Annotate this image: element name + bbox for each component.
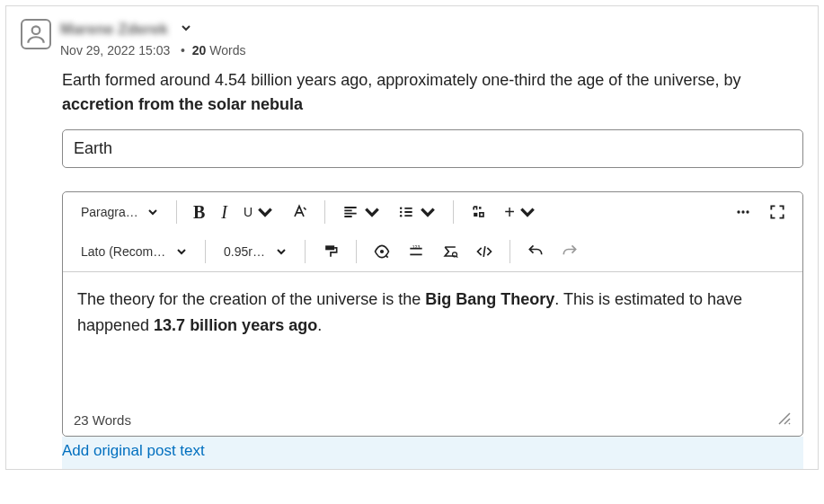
title-input[interactable] bbox=[62, 129, 803, 168]
post-meta: Nov 29, 2022 15:03 • 20 Words bbox=[60, 43, 803, 57]
editor-text-bold: Big Bang Theory bbox=[425, 290, 554, 308]
more-button[interactable] bbox=[727, 198, 759, 226]
undo-button[interactable] bbox=[519, 237, 552, 266]
svg-point-0 bbox=[32, 26, 40, 34]
post-container: Marene Zderek Nov 29, 2022 15:03 • 20 Wo… bbox=[5, 5, 819, 470]
insert-media-button[interactable] bbox=[463, 198, 495, 226]
svg-text:123: 123 bbox=[412, 244, 421, 250]
author-name: Marene Zderek bbox=[60, 21, 168, 39]
font-family-select[interactable]: Lato (Recomm… bbox=[72, 237, 196, 266]
svg-rect-4 bbox=[474, 213, 477, 217]
svg-rect-9 bbox=[325, 245, 334, 250]
post-header: Marene Zderek Nov 29, 2022 15:03 • 20 Wo… bbox=[21, 19, 803, 57]
svg-rect-5 bbox=[480, 213, 483, 217]
editor-footer: 23 Words bbox=[63, 406, 802, 436]
add-original-post-link[interactable]: Add original post text bbox=[62, 442, 205, 459]
avatar bbox=[21, 19, 51, 49]
post-body-bold: accretion from the solar nebula bbox=[62, 95, 303, 113]
svg-point-7 bbox=[741, 210, 744, 213]
post-wordcount-number: 20 bbox=[192, 43, 207, 57]
rich-text-editor: Paragraph B I U bbox=[62, 191, 803, 437]
editor-text-bold: 13.7 billion years ago bbox=[154, 316, 317, 334]
post-timestamp: Nov 29, 2022 15:03 bbox=[60, 43, 170, 57]
redo-button[interactable] bbox=[554, 237, 586, 266]
separator bbox=[305, 240, 306, 263]
separator bbox=[205, 240, 206, 263]
svg-point-10 bbox=[380, 250, 384, 253]
align-button[interactable] bbox=[334, 198, 388, 226]
author-menu-button[interactable] bbox=[177, 19, 195, 40]
underline-button[interactable]: U bbox=[236, 198, 281, 226]
separator bbox=[324, 200, 325, 224]
wordcount-settings-button[interactable]: 123 bbox=[400, 237, 432, 266]
editor-wordcount: 23 Words bbox=[74, 412, 131, 428]
editor-text: The theory for the creation of the unive… bbox=[77, 290, 425, 308]
add-original-post-bar: Add original post text bbox=[62, 437, 803, 469]
text-color-button[interactable] bbox=[283, 198, 315, 226]
resize-handle-icon[interactable] bbox=[777, 411, 792, 429]
svg-point-8 bbox=[746, 210, 749, 213]
accessibility-checker-button[interactable] bbox=[366, 237, 398, 266]
toolbar-row-1: Paragraph B I U bbox=[63, 192, 802, 232]
post-body: Earth formed around 4.54 billion years a… bbox=[62, 68, 803, 117]
format-painter-button[interactable] bbox=[315, 237, 347, 266]
editor-content[interactable]: The theory for the creation of the unive… bbox=[63, 271, 802, 406]
bold-button[interactable]: B bbox=[186, 198, 212, 226]
svg-point-1 bbox=[400, 208, 403, 210]
insert-plus-button[interactable]: + bbox=[497, 198, 544, 226]
svg-point-6 bbox=[737, 210, 740, 213]
fullscreen-button[interactable] bbox=[761, 198, 793, 226]
editor-text: . bbox=[317, 316, 322, 334]
list-button[interactable] bbox=[390, 198, 444, 226]
equation-button[interactable] bbox=[434, 237, 466, 266]
separator bbox=[356, 240, 357, 263]
separator bbox=[509, 240, 510, 263]
svg-point-2 bbox=[400, 211, 403, 214]
post-body-text: Earth formed around 4.54 billion years a… bbox=[62, 71, 740, 89]
separator bbox=[453, 200, 454, 224]
post-wordcount-label: Words bbox=[206, 43, 245, 57]
toolbar-row-2: Lato (Recomm… 0.95re… 123 bbox=[63, 232, 802, 271]
separator bbox=[176, 200, 177, 224]
font-size-select[interactable]: 0.95re… bbox=[215, 237, 296, 266]
block-format-select[interactable]: Paragraph bbox=[72, 198, 167, 226]
svg-point-3 bbox=[400, 215, 403, 217]
italic-button[interactable]: I bbox=[214, 198, 235, 226]
source-code-button[interactable] bbox=[468, 237, 501, 266]
